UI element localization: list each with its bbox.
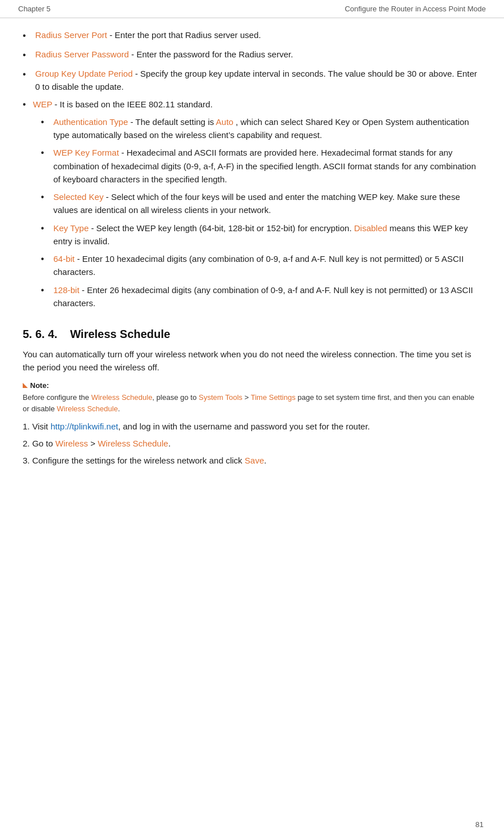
- bullet-icon: •: [23, 68, 35, 82]
- wep-key-format-link[interactable]: WEP Key Format: [53, 148, 119, 157]
- radius-server-password-link[interactable]: Radius Server Password: [35, 49, 129, 59]
- wep-bullet: •: [23, 98, 31, 112]
- page-number: 81: [476, 820, 484, 829]
- section-title: 5. 6. 4. Wireless Schedule: [23, 328, 481, 341]
- list-item: • Radius Server Port - Enter the port th…: [23, 28, 481, 43]
- page-header: Chapter 5 Configure the Router in Access…: [0, 0, 504, 18]
- radius-server-port-link[interactable]: Radius Server Port: [35, 30, 107, 40]
- header-right: Configure the Router in Access Point Mod…: [345, 5, 486, 13]
- auth-type-link[interactable]: Authentication Type: [53, 117, 128, 127]
- note-flag-icon: [23, 383, 28, 388]
- bullet-icon: •: [41, 252, 53, 266]
- system-tools-link[interactable]: System Tools: [199, 393, 242, 402]
- wep-line: • WEP - It is based on the IEEE 802.11 s…: [23, 98, 481, 112]
- tplinkwifi-link[interactable]: http://tplinkwifi.net: [51, 421, 118, 431]
- list-item: • Group Key Update Period - Specify the …: [23, 67, 481, 94]
- save-link[interactable]: Save: [245, 456, 264, 465]
- auto-link[interactable]: Auto: [216, 117, 233, 127]
- section-intro: You can automatically turn off your wire…: [23, 348, 481, 374]
- list-item-selected-key: • Selected Key - Select which of the fou…: [41, 190, 481, 217]
- selected-key-link[interactable]: Selected Key: [53, 192, 103, 202]
- wireless-schedule-link-2[interactable]: Wireless Schedule: [57, 404, 118, 413]
- disabled-link[interactable]: Disabled: [354, 223, 387, 233]
- bullet-icon: •: [23, 48, 35, 62]
- time-settings-link[interactable]: Time Settings: [251, 393, 296, 402]
- bullet-icon: •: [41, 222, 53, 236]
- list-item: • Radius Server Password - Enter the pas…: [23, 48, 481, 62]
- bullet-icon: •: [41, 190, 53, 204]
- bullet-icon: •: [41, 283, 53, 298]
- wireless-schedule-link-1[interactable]: Wireless Schedule: [91, 393, 153, 402]
- 128bit-link[interactable]: 128-bit: [53, 285, 79, 295]
- bullet-icon: •: [23, 29, 35, 43]
- note-block: Note: Before configure the Wireless Sche…: [23, 380, 481, 415]
- note-text: Before configure the Wireless Schedule, …: [23, 392, 481, 414]
- sub-bullet-list: • Authentication Type - The default sett…: [23, 115, 481, 310]
- list-item-wep-key-format: • WEP Key Format - Hexadecimal and ASCII…: [41, 146, 481, 186]
- group-key-update-period-link[interactable]: Group Key Update Period: [35, 69, 133, 78]
- bullet-icon: •: [41, 115, 53, 130]
- list-item-128bit: • 128-bit - Enter 26 hexadecimal digits …: [41, 283, 481, 310]
- 64bit-link[interactable]: 64-bit: [53, 254, 75, 264]
- bullet-icon: •: [41, 146, 53, 160]
- step-3: 3. Configure the settings for the wirele…: [23, 454, 481, 467]
- note-title: Note:: [23, 380, 481, 391]
- step-1: 1. Visit http://tplinkwifi.net, and log …: [23, 420, 481, 433]
- steps-list: 1. Visit http://tplinkwifi.net, and log …: [23, 420, 481, 467]
- wireless-link[interactable]: Wireless: [56, 439, 89, 448]
- list-item-64bit: • 64-bit - Enter 10 hexadecimal digits (…: [41, 252, 481, 279]
- list-item-key-type: • Key Type - Select the WEP key length (…: [41, 222, 481, 248]
- wep-term[interactable]: WEP: [33, 99, 52, 109]
- wireless-schedule-nav-link[interactable]: Wireless Schedule: [98, 439, 168, 448]
- top-bullet-list: • Radius Server Port - Enter the port th…: [23, 28, 481, 93]
- step-2: 2. Go to Wireless > Wireless Schedule.: [23, 437, 481, 450]
- key-type-link[interactable]: Key Type: [53, 223, 89, 233]
- header-left: Chapter 5: [18, 5, 51, 13]
- list-item-auth-type: • Authentication Type - The default sett…: [41, 115, 481, 142]
